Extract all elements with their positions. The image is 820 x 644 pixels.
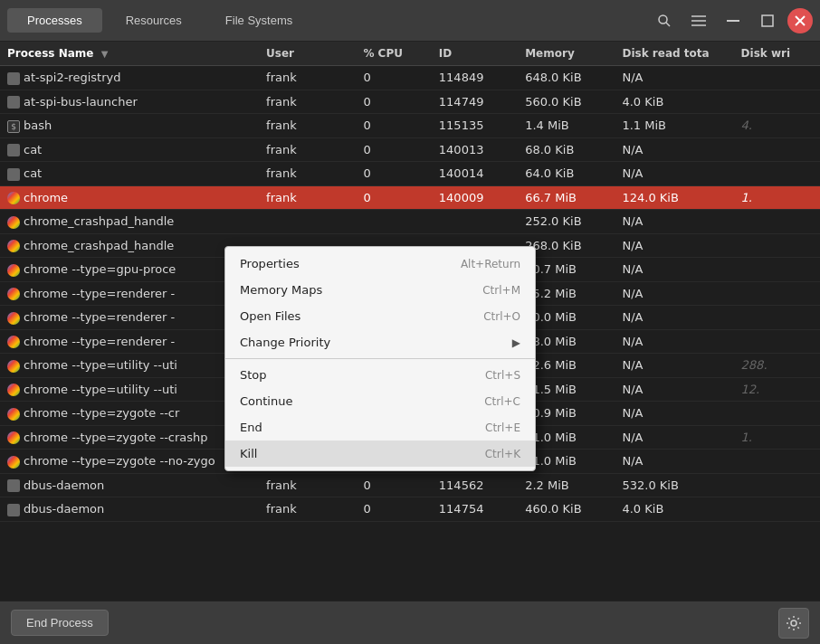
process-memory: 648.0 KiB <box>518 66 615 90</box>
process-disk-read: N/A <box>615 377 733 402</box>
menu-item-memory-maps[interactable]: Memory MapsCtrl+M <box>225 277 535 303</box>
table-row[interactable]: at-spi2-registrydfrank0114849648.0 KiBN/… <box>0 66 820 90</box>
process-disk-read: 124.0 KiB <box>615 185 733 210</box>
col-header-disk-write[interactable]: Disk wri <box>734 42 820 66</box>
table-row[interactable]: $bashfrank01151351.4 MiB1.1 MiB4. <box>0 114 820 138</box>
minimize-icon <box>727 20 739 22</box>
menu-item-label: Properties <box>240 257 300 270</box>
process-disk-write <box>734 90 820 114</box>
terminal-icon: $ <box>7 120 20 133</box>
col-header-user[interactable]: User <box>259 42 356 66</box>
col-header-disk-read[interactable]: Disk read tota <box>615 42 733 66</box>
col-header-cpu[interactable]: % CPU <box>356 42 431 66</box>
menu-button[interactable] <box>684 6 713 35</box>
col-header-memory[interactable]: Memory <box>518 42 615 66</box>
process-disk-read: N/A <box>615 210 733 234</box>
svg-line-1 <box>666 23 670 26</box>
process-cpu: 0 <box>356 114 431 138</box>
process-name: chrome_crashpad_handle <box>24 239 174 252</box>
menu-item-change-priority[interactable]: Change Priority▶ <box>225 329 535 355</box>
menu-item-shortcut: Ctrl+M <box>482 284 520 297</box>
process-disk-read: N/A <box>615 402 733 426</box>
menu-item-kill[interactable]: KillCtrl+K <box>225 440 535 467</box>
process-memory: 1.4 MiB <box>518 114 615 138</box>
process-name: chrome --type=zygote --cr <box>24 406 179 420</box>
chrome-process-icon <box>7 408 20 421</box>
process-cpu: 0 <box>356 185 431 210</box>
process-id: 114754 <box>432 497 518 522</box>
close-button[interactable] <box>787 8 813 33</box>
search-button[interactable] <box>650 6 679 35</box>
process-id: 114749 <box>432 90 518 114</box>
menu-item-label: End <box>240 421 262 434</box>
col-header-id[interactable]: ID <box>432 42 518 66</box>
bottom-bar: End Process <box>0 601 820 644</box>
table-row[interactable]: chrome_crashpad_handle252.0 KiBN/A <box>0 210 820 234</box>
minimize-button[interactable] <box>719 6 748 35</box>
menu-item-end[interactable]: EndCtrl+E <box>225 414 535 440</box>
menu-item-open-files[interactable]: Open FilesCtrl+O <box>225 303 535 329</box>
process-disk-write <box>734 473 820 497</box>
table-row[interactable]: at-spi-bus-launcherfrank0114749560.0 KiB… <box>0 90 820 114</box>
process-disk-read: N/A <box>615 425 733 450</box>
process-disk-read: 4.0 KiB <box>615 497 733 522</box>
process-name: chrome --type=renderer - <box>24 310 175 324</box>
settings-button[interactable] <box>778 608 809 639</box>
chrome-process-icon <box>7 264 20 277</box>
process-disk-write <box>734 402 820 426</box>
process-name: dbus-daemon <box>24 478 104 492</box>
process-disk-write <box>734 306 820 330</box>
process-name: dbus-daemon <box>24 502 104 516</box>
process-name: chrome --type=utility --uti <box>24 383 177 396</box>
process-disk-write <box>734 497 820 522</box>
menu-item-label: Continue <box>240 394 292 408</box>
process-id: 114849 <box>432 66 518 90</box>
process-disk-read: 1.1 MiB <box>615 114 733 138</box>
process-disk-write: 288. <box>734 354 820 378</box>
app-icon <box>7 504 20 516</box>
menu-item-stop[interactable]: StopCtrl+S <box>225 362 535 388</box>
chrome-process-icon <box>7 384 20 396</box>
process-id: 115135 <box>432 114 518 138</box>
chrome-process-icon <box>7 216 20 229</box>
maximize-button[interactable] <box>753 6 782 35</box>
menu-item-shortcut: Ctrl+E <box>485 421 520 434</box>
process-disk-write <box>734 66 820 90</box>
sort-arrow-name: ▼ <box>101 49 109 59</box>
menu-item-continue[interactable]: ContinueCtrl+C <box>225 388 535 414</box>
process-disk-read: 4.0 KiB <box>615 90 733 114</box>
app-icon <box>7 479 20 492</box>
table-row[interactable]: catfrank014001464.0 KiBN/A <box>0 162 820 186</box>
process-cpu: 0 <box>356 162 431 186</box>
chrome-process-icon <box>7 456 20 469</box>
menu-separator <box>225 358 535 359</box>
process-name: at-spi-bus-launcher <box>24 95 138 109</box>
table-row[interactable]: catfrank014001368.0 KiBN/A <box>0 137 820 162</box>
process-disk-read: N/A <box>615 281 733 306</box>
chrome-process-icon <box>7 431 20 444</box>
tab-filesystems[interactable]: File Systems <box>205 8 312 33</box>
process-disk-read: N/A <box>615 450 733 474</box>
process-memory: 2.2 MiB <box>518 473 615 497</box>
process-disk-read: N/A <box>615 137 733 162</box>
chrome-process-icon <box>7 336 20 348</box>
process-name: chrome --type=zygote --no-zygo <box>24 454 215 468</box>
table-row[interactable]: dbus-daemonfrank01145622.2 MiB532.0 KiB <box>0 473 820 497</box>
col-header-name[interactable]: Process Name ▼ <box>0 42 259 66</box>
tab-processes[interactable]: Processes <box>7 8 102 33</box>
table-row[interactable]: chromefrank014000966.7 MiB124.0 KiB1. <box>0 185 820 210</box>
process-disk-read: N/A <box>615 306 733 330</box>
process-disk-write: 12. <box>734 377 820 402</box>
process-name: chrome --type=gpu-proce <box>24 262 176 276</box>
menu-item-label: Stop <box>240 368 267 382</box>
table-row[interactable]: dbus-daemonfrank0114754460.0 KiB4.0 KiB <box>0 497 820 522</box>
process-user: frank <box>259 185 356 210</box>
tab-resources[interactable]: Resources <box>106 8 202 33</box>
app-icon <box>7 96 20 109</box>
process-cpu: 0 <box>356 90 431 114</box>
menu-item-properties[interactable]: PropertiesAlt+Return <box>225 251 535 277</box>
end-process-button[interactable]: End Process <box>11 610 109 636</box>
menu-item-label: Kill <box>240 447 257 460</box>
process-disk-read: N/A <box>615 233 733 258</box>
process-cpu: 0 <box>356 137 431 162</box>
